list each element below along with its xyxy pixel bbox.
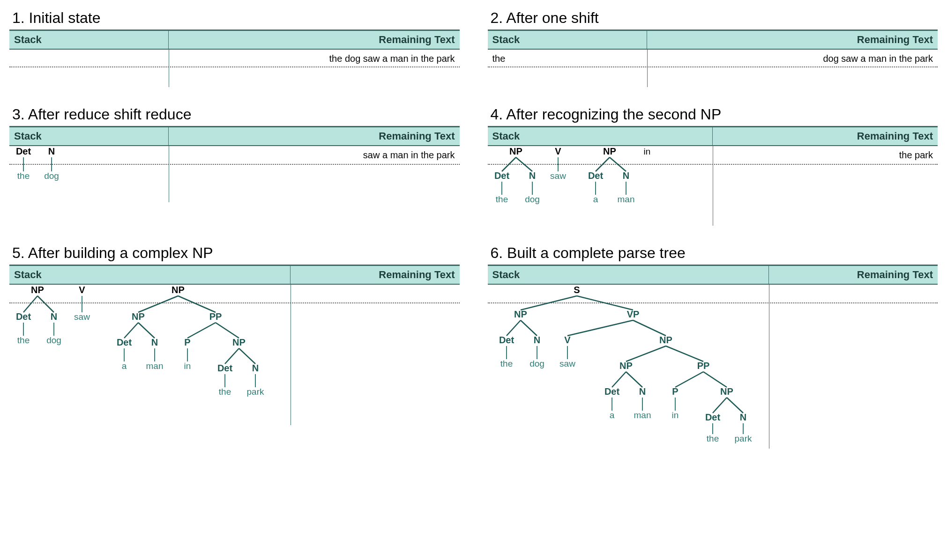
- tree-node-a: a: [609, 410, 614, 420]
- tree-node-v: V: [564, 335, 571, 345]
- stack-cell: DetNthedog: [9, 146, 169, 204]
- svg-line-5: [596, 157, 610, 171]
- remaining-text: the dog saw a man in the park: [169, 50, 460, 68]
- svg-line-38: [626, 346, 666, 361]
- body-area: the dog saw a man in the park: [9, 50, 460, 87]
- tree-node-n2: N: [151, 337, 158, 347]
- tree-node-det3: Det: [217, 363, 233, 373]
- parse-table: StackRemaining TextSNPVPDetNVNPthedogsaw…: [488, 265, 938, 449]
- stack-cell: the: [488, 50, 647, 68]
- stack-text: the: [488, 50, 647, 68]
- tree-node-the2: the: [706, 434, 718, 443]
- remaining-text: the park: [713, 146, 938, 164]
- panel-6: 6. Built a complete parse treeStackRemai…: [488, 244, 938, 449]
- tree-node-vp: VP: [626, 309, 639, 319]
- panel-title: 2. After one shift: [491, 9, 938, 27]
- tree-node-p: P: [184, 337, 190, 347]
- parse-table: StackRemaining TextDetNthedogsaw a man i…: [9, 126, 460, 202]
- remaining-text: saw a man in the park: [169, 146, 460, 164]
- tree-node-the1: the: [500, 359, 512, 368]
- remaining-text: [291, 285, 460, 292]
- svg-line-15: [178, 296, 216, 312]
- tree-node-n1: N: [529, 170, 535, 181]
- remaining-text: dog saw a man in the park: [647, 50, 938, 68]
- svg-line-21: [216, 323, 239, 338]
- svg-line-33: [567, 320, 633, 336]
- tree-node-s: S: [574, 285, 580, 295]
- panel-5: 5. After building a complex NPStackRemai…: [9, 244, 460, 449]
- body-area: SNPVPDetNVNPthedogsawNPPPDetNPNPamaninDe…: [488, 285, 938, 449]
- header-stack: Stack: [9, 266, 291, 284]
- column-divider: [769, 285, 769, 449]
- tree-node-np3: NP: [619, 361, 633, 371]
- panel-4: 4. After recognizing the second NPStackR…: [488, 106, 938, 226]
- tree-node-v: V: [555, 146, 561, 156]
- tree-node-saw: saw: [550, 171, 566, 181]
- svg-line-3: [516, 157, 532, 171]
- tree-node-man: man: [617, 194, 634, 204]
- svg-line-31: [507, 320, 521, 336]
- panel-title: 1. Initial state: [12, 9, 460, 27]
- tree-node-n1: N: [533, 335, 540, 345]
- svg-line-32: [521, 320, 537, 336]
- header-remaining: Remaining Text: [647, 31, 938, 49]
- tree-node-v: V: [79, 285, 85, 295]
- panel-title: 5. After building a complex NP: [12, 244, 460, 262]
- tree-node-np4: NP: [232, 337, 246, 347]
- body-area: NPVNPinDetNsawDetNthedogamanthe park: [488, 146, 938, 226]
- tree-node-the1: the: [17, 335, 30, 345]
- svg-line-43: [703, 372, 727, 387]
- tree-node-np3: NP: [132, 311, 145, 322]
- tree-node-np2: NP: [659, 335, 672, 345]
- header-stack: Stack: [488, 127, 713, 145]
- tree-node-n2: N: [622, 170, 629, 181]
- svg-line-19: [138, 323, 155, 338]
- panels-grid: 1. Initial stateStackRemaining Textthe d…: [9, 9, 938, 449]
- header-stack: Stack: [488, 266, 769, 284]
- tree-node-saw: saw: [559, 359, 575, 368]
- tree-node-n1: N: [51, 311, 57, 322]
- svg-line-34: [633, 320, 666, 336]
- header-stack: Stack: [488, 31, 647, 49]
- parse-table: StackRemaining TextNPVNPinDetNsawDetNthe…: [488, 126, 938, 226]
- tree-node-n3: N: [252, 363, 259, 373]
- tree-node-in: in: [643, 147, 650, 156]
- tree-node-man: man: [146, 361, 164, 371]
- stack-cell: NPVNPDetNsawNPPPthedogDetNPNPamaninDetNt…: [9, 285, 291, 427]
- tree-node-det: Det: [16, 146, 31, 156]
- tree-node-n: N: [48, 146, 55, 156]
- svg-line-14: [138, 296, 178, 312]
- tree-node-the2: the: [219, 387, 231, 397]
- tree-node-in: in: [184, 361, 191, 371]
- tree-node-in: in: [671, 410, 679, 420]
- svg-line-39: [666, 346, 703, 361]
- tree-node-pp: PP: [697, 361, 709, 371]
- tree-node-the: the: [495, 194, 507, 204]
- tree-node-dog: dog: [46, 335, 61, 345]
- svg-line-18: [124, 323, 138, 338]
- svg-line-30: [577, 296, 633, 310]
- body-area: thedog saw a man in the park: [488, 50, 938, 87]
- parse-table: StackRemaining Textthedog saw a man in t…: [488, 29, 938, 87]
- tree-node-det2: Det: [604, 386, 619, 397]
- svg-line-47: [713, 398, 727, 413]
- tree-node-saw: saw: [74, 312, 90, 322]
- svg-line-6: [610, 157, 626, 171]
- parse-table: StackRemaining Textthe dog saw a man in …: [9, 29, 460, 87]
- svg-line-48: [727, 398, 743, 413]
- tree-node-the: the: [17, 171, 30, 181]
- svg-line-20: [187, 323, 216, 338]
- stack-cell: SNPVPDetNVNPthedogsawNPPPDetNPNPamaninDe…: [488, 285, 769, 450]
- tree-node-dog: dog: [525, 194, 540, 204]
- column-divider: [291, 285, 291, 425]
- svg-line-40: [612, 372, 626, 387]
- parse-tree: NPVNPDetNsawNPPPthedogDetNPNPamaninDetNt…: [9, 285, 291, 425]
- svg-line-41: [626, 372, 642, 387]
- svg-line-29: [521, 296, 577, 310]
- header-stack: Stack: [9, 127, 169, 145]
- tree-node-det2: Det: [117, 337, 132, 347]
- tree-node-pp: PP: [209, 311, 222, 322]
- parse-tree: NPVNPinDetNsawDetNthedogaman: [488, 146, 713, 226]
- tree-node-np1: NP: [514, 309, 527, 319]
- body-area: NPVNPDetNsawNPPPthedogDetNPNPamaninDetNt…: [9, 285, 460, 425]
